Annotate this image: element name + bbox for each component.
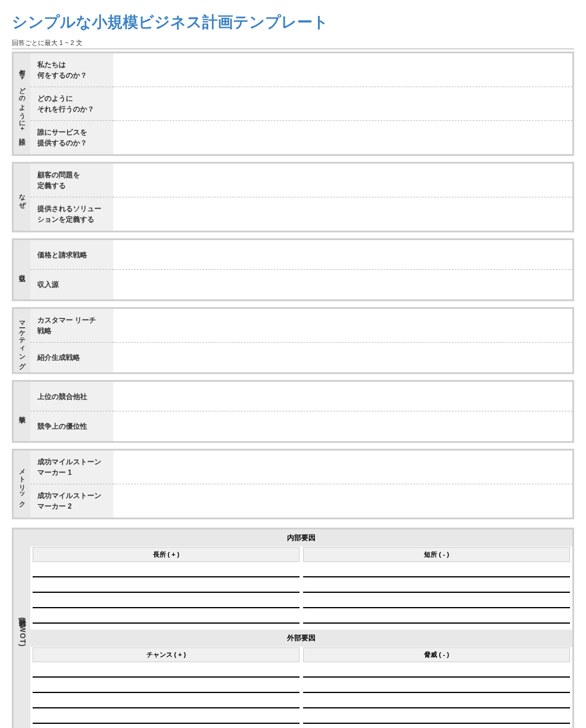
row-content[interactable] <box>113 309 572 343</box>
subtitle: 回答ごとに最大 1 ~ 2 文 <box>12 39 574 49</box>
swot-threats-body <box>303 662 570 726</box>
swot-entry[interactable] <box>303 662 570 678</box>
row-content[interactable] <box>113 382 572 411</box>
section-block: 収益価格と請求戦略収入源 <box>12 238 574 301</box>
swot-entry[interactable] <box>33 693 300 708</box>
section-row: 上位の競合他社 <box>30 382 572 411</box>
swot-threats-header: 脅威 ( - ) <box>303 647 570 662</box>
section-vertical-label: 収益 <box>14 240 30 299</box>
section-block: 競争上位の競合他社競争上の優位性 <box>12 380 574 443</box>
swot-weaknesses-header: 短所 ( - ) <box>303 547 570 562</box>
row-content[interactable] <box>113 451 572 484</box>
section-row: 誰にサービスを 提供するのか？ <box>30 121 572 154</box>
row-content[interactable] <box>113 197 572 231</box>
section-block: メトリック成功マイルストーン マーカー 1成功マイルストーン マーカー 2 <box>12 449 574 519</box>
row-content[interactable] <box>113 240 572 270</box>
swot-entry[interactable] <box>303 678 570 693</box>
swot-entry[interactable] <box>303 693 570 708</box>
row-label: どのように それを行うのか？ <box>30 87 113 121</box>
row-label: 私たちは 何をするのか？ <box>30 53 113 87</box>
swot-opportunities-header: チャンス ( + ) <box>33 647 300 662</box>
swot-weaknesses-body <box>303 562 570 626</box>
section-row: 競争上の優位性 <box>30 411 572 441</box>
row-label: 成功マイルストーン マーカー 1 <box>30 451 113 484</box>
section-row: 私たちは 何をするのか？ <box>30 53 572 87</box>
swot-entry[interactable] <box>303 562 570 577</box>
section-rows: 価格と請求戦略収入源 <box>30 240 572 299</box>
swot-entry[interactable] <box>303 577 570 593</box>
section-rows: 顧客の問題を 定義する提供されるソリューションを定義する <box>30 164 572 231</box>
row-label: 上位の競合他社 <box>30 382 113 411</box>
swot-entry[interactable] <box>303 593 570 608</box>
section-block: マーケティングカスタマー リーチ 戦略紹介生成戦略 <box>12 307 574 374</box>
page-title: シンプルな小規模ビジネス計画テンプレート <box>12 12 574 33</box>
swot-external-header: 外部要因 <box>30 630 572 647</box>
swot-entry[interactable] <box>33 562 300 577</box>
swot-entry[interactable] <box>33 593 300 608</box>
section-vertical-label: マーケティング <box>14 309 30 372</box>
row-label: 収入源 <box>30 270 113 299</box>
row-content[interactable] <box>113 343 572 372</box>
section-row: どのように それを行うのか？ <box>30 87 572 121</box>
section-block: なぜ顧客の問題を 定義する提供されるソリューションを定義する <box>12 162 574 232</box>
row-content[interactable] <box>113 270 572 299</box>
section-rows: 私たちは 何をするのか？どのように それを行うのか？誰にサービスを 提供するのか… <box>30 53 572 154</box>
section-row: 価格と請求戦略 <box>30 240 572 270</box>
section-row: 収入源 <box>30 270 572 299</box>
swot-threats-col: 脅威 ( - ) <box>303 647 570 726</box>
section-vertical-label: なぜ <box>14 164 30 231</box>
row-content[interactable] <box>113 121 572 154</box>
section-vertical-label: 何を + どのように + 誰に <box>14 53 30 154</box>
sections-container: 何を + どのように + 誰に私たちは 何をするのか？どのように それを行うのか… <box>12 52 574 519</box>
section-row: カスタマー リーチ 戦略 <box>30 309 572 343</box>
row-content[interactable] <box>113 484 572 518</box>
swot-entry[interactable] <box>33 708 300 724</box>
row-label: 成功マイルストーン マーカー 2 <box>30 484 113 518</box>
swot-internal-header: 内部要因 <box>30 529 572 547</box>
swot-internal-cols: 長所 ( + ) 短所 ( - ) <box>30 547 572 626</box>
swot-strengths-body <box>33 562 300 626</box>
swot-block: 状況分析 (SWOT) 内部要因 長所 ( + ) 短所 ( - ) 外部要因 … <box>12 528 574 728</box>
swot-entry[interactable] <box>33 577 300 593</box>
swot-vertical-label: 状況分析 (SWOT) <box>14 529 30 728</box>
row-label: 提供されるソリューションを定義する <box>30 197 113 231</box>
swot-opportunities-body <box>33 662 300 726</box>
section-row: 成功マイルストーン マーカー 2 <box>30 484 572 518</box>
swot-content: 内部要因 長所 ( + ) 短所 ( - ) 外部要因 チャンス ( + ) 脅… <box>30 529 572 728</box>
row-content[interactable] <box>113 87 572 121</box>
section-row: 提供されるソリューションを定義する <box>30 197 572 231</box>
section-rows: 成功マイルストーン マーカー 1成功マイルストーン マーカー 2 <box>30 451 572 518</box>
section-row: 紹介生成戦略 <box>30 343 572 372</box>
row-content[interactable] <box>113 411 572 441</box>
swot-weaknesses-col: 短所 ( - ) <box>303 547 570 626</box>
section-rows: 上位の競合他社競争上の優位性 <box>30 382 572 441</box>
swot-strengths-header: 長所 ( + ) <box>33 547 300 562</box>
row-label: 紹介生成戦略 <box>30 343 113 372</box>
swot-opportunities-col: チャンス ( + ) <box>33 647 300 726</box>
section-vertical-label: メトリック <box>14 451 30 518</box>
row-label: 競争上の優位性 <box>30 411 113 441</box>
swot-entry[interactable] <box>33 662 300 678</box>
section-vertical-label: 競争 <box>14 382 30 441</box>
section-rows: カスタマー リーチ 戦略紹介生成戦略 <box>30 309 572 372</box>
swot-entry[interactable] <box>33 678 300 693</box>
row-label: 価格と請求戦略 <box>30 240 113 270</box>
swot-entry[interactable] <box>33 608 300 624</box>
section-row: 顧客の問題を 定義する <box>30 164 572 197</box>
row-label: 顧客の問題を 定義する <box>30 164 113 197</box>
section-row: 成功マイルストーン マーカー 1 <box>30 451 572 484</box>
swot-entry[interactable] <box>303 708 570 724</box>
row-content[interactable] <box>113 53 572 87</box>
section-block: 何を + どのように + 誰に私たちは 何をするのか？どのように それを行うのか… <box>12 52 574 156</box>
swot-strengths-col: 長所 ( + ) <box>33 547 300 626</box>
row-label: 誰にサービスを 提供するのか？ <box>30 121 113 154</box>
row-label: カスタマー リーチ 戦略 <box>30 309 113 343</box>
swot-external-cols: チャンス ( + ) 脅威 ( - ) <box>30 647 572 726</box>
swot-entry[interactable] <box>303 608 570 624</box>
row-content[interactable] <box>113 164 572 197</box>
